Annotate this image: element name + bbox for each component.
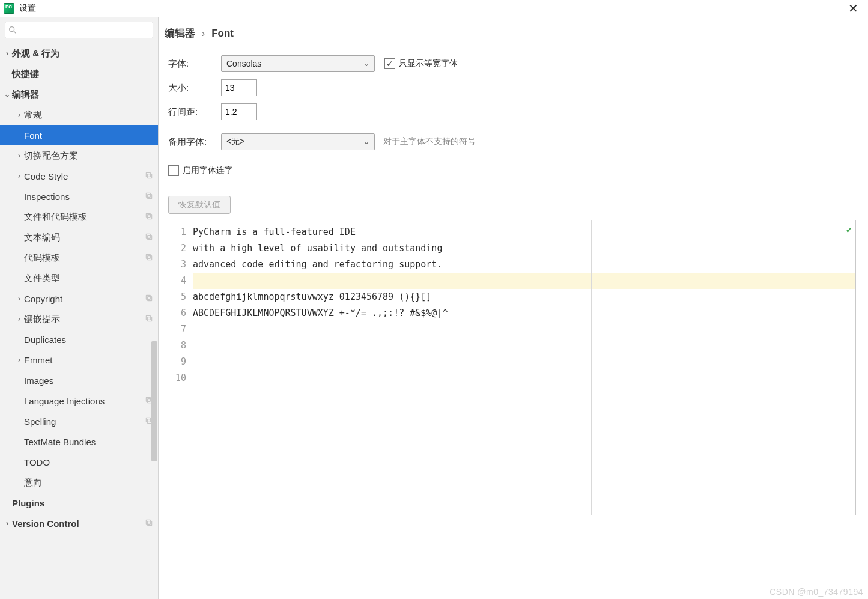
scheme-icon xyxy=(145,294,153,304)
sidebar-item-inspections[interactable]: ›Inspections xyxy=(0,186,158,207)
chevron-right-icon: › xyxy=(2,519,12,528)
sidebar-item-label: 文件和代码模板 xyxy=(24,211,87,223)
watermark: CSDN @m0_73479194 xyxy=(769,587,863,597)
sidebar-item-code-style[interactable]: ›Code Style xyxy=(0,166,158,186)
restore-defaults-button[interactable]: 恢复默认值 xyxy=(168,196,231,214)
line-spacing-label: 行间距: xyxy=(168,106,221,118)
sidebar-item-todo[interactable]: ›TODO xyxy=(0,452,158,472)
breadcrumb-root[interactable]: 编辑器 xyxy=(165,28,195,39)
chevron-right-icon: › xyxy=(14,111,24,119)
sidebar-item-label: 文本编码 xyxy=(24,232,60,243)
sidebar-item-font[interactable]: ›Font xyxy=(0,125,158,145)
close-icon[interactable]: ✕ xyxy=(842,1,864,16)
scheme-icon xyxy=(145,212,153,222)
sidebar-item-label: Duplicates xyxy=(24,335,66,345)
svg-rect-3 xyxy=(146,172,150,177)
svg-rect-14 xyxy=(148,317,152,321)
sidebar-item-label: TextMate Bundles xyxy=(24,437,96,447)
main-panel: 编辑器 › Font 字体: Consolas ⌄ ✓ 只显示等宽字体 大小: xyxy=(159,17,868,599)
gutter-line-number: 7 xyxy=(172,321,186,338)
sidebar-item--[interactable]: ›常规 xyxy=(0,105,158,125)
checkbox-checked-icon: ✓ xyxy=(384,58,395,69)
gutter-line-number: 6 xyxy=(172,305,186,321)
sidebar-item-language-injections[interactable]: ›Language Injections xyxy=(0,391,158,411)
sidebar-item-images[interactable]: ›Images xyxy=(0,370,158,391)
size-label: 大小: xyxy=(168,82,221,94)
sidebar-item-textmate-bundles[interactable]: ›TextMate Bundles xyxy=(0,431,158,452)
font-select[interactable]: Consolas ⌄ xyxy=(221,55,375,72)
sidebar-item-label: Emmet xyxy=(24,355,53,365)
titlebar: 设置 ✕ xyxy=(0,0,868,17)
sidebar-item-label: 代码模板 xyxy=(24,252,60,264)
ligatures-checkbox[interactable]: 启用字体连字 xyxy=(168,165,233,176)
svg-rect-13 xyxy=(146,295,150,299)
sidebar-item--[interactable]: ›代码模板 xyxy=(0,248,158,268)
chevron-right-icon: › xyxy=(14,315,24,323)
svg-rect-12 xyxy=(148,296,152,300)
svg-rect-4 xyxy=(148,194,152,198)
scheme-icon xyxy=(145,192,153,202)
sidebar-item-label: 文件类型 xyxy=(24,273,60,284)
sidebar-item--[interactable]: ›镶嵌提示 xyxy=(0,309,158,329)
chevron-right-icon: › xyxy=(14,356,24,364)
sidebar-item--[interactable]: ›文本编码 xyxy=(0,227,158,248)
mono-only-checkbox[interactable]: ✓ 只显示等宽字体 xyxy=(384,58,458,69)
sidebar-item-copyright[interactable]: ›Copyright xyxy=(0,288,158,309)
sidebar-item--[interactable]: ›文件类型 xyxy=(0,268,158,288)
svg-rect-15 xyxy=(146,315,150,320)
font-select-value: Consolas xyxy=(226,59,261,68)
scrollbar-thumb[interactable] xyxy=(151,341,157,461)
sidebar-item-label: Copyright xyxy=(24,294,62,304)
gutter-line-number: 10 xyxy=(172,370,186,386)
gutter-line-number: 8 xyxy=(172,338,186,354)
sidebar-item--[interactable]: ›快捷键 xyxy=(0,64,158,84)
chevron-right-icon: › xyxy=(2,49,12,58)
sidebar-item-label: Language Injections xyxy=(24,396,105,406)
svg-rect-5 xyxy=(146,193,150,197)
gutter-line-number: 9 xyxy=(172,354,186,370)
scheme-icon xyxy=(145,518,153,529)
chevron-down-icon: ⌄ xyxy=(363,138,369,146)
sidebar-item--[interactable]: ›意向 xyxy=(0,472,158,493)
sidebar-item-label: 镶嵌提示 xyxy=(24,314,60,325)
svg-rect-17 xyxy=(146,397,150,401)
svg-point-0 xyxy=(10,27,14,32)
search-input[interactable] xyxy=(17,25,150,35)
sidebar-item--[interactable]: ⌄编辑器 xyxy=(0,84,158,105)
svg-rect-8 xyxy=(148,235,152,239)
sidebar-item-version-control[interactable]: ›Version Control xyxy=(0,513,158,534)
app-icon xyxy=(4,3,14,14)
sidebar-item--[interactable]: ›切换配色方案 xyxy=(0,145,158,166)
fallback-font-value: <无> xyxy=(226,136,244,147)
svg-rect-7 xyxy=(146,213,150,217)
line-spacing-input[interactable] xyxy=(221,103,257,120)
sidebar-item-label: 切换配色方案 xyxy=(24,150,78,162)
preview-right-pane xyxy=(591,220,855,515)
sidebar-item-plugins[interactable]: ›Plugins xyxy=(0,493,158,513)
scheme-icon xyxy=(145,171,153,181)
checkmark-icon: ✔ xyxy=(846,224,852,235)
sidebar: ›外观 & 行为›快捷键⌄编辑器›常规›Font›切换配色方案›Code Sty… xyxy=(0,17,159,599)
fallback-font-select[interactable]: <无> ⌄ xyxy=(221,133,375,150)
chevron-right-icon: › xyxy=(14,151,24,160)
svg-rect-2 xyxy=(148,174,152,178)
scheme-icon xyxy=(145,314,153,324)
sidebar-item-label: 意向 xyxy=(24,477,42,488)
sidebar-item-emmet[interactable]: ›Emmet xyxy=(0,350,158,370)
sidebar-item--[interactable]: ›外观 & 行为 xyxy=(0,43,158,64)
fallback-font-label: 备用字体: xyxy=(168,136,221,148)
sidebar-item--[interactable]: ›文件和代码模板 xyxy=(0,207,158,227)
sidebar-item-duplicates[interactable]: ›Duplicates xyxy=(0,329,158,350)
settings-tree: ›外观 & 行为›快捷键⌄编辑器›常规›Font›切换配色方案›Code Sty… xyxy=(0,43,158,599)
sidebar-item-spelling[interactable]: ›Spelling xyxy=(0,411,158,431)
gutter: 12345678910 xyxy=(172,220,190,515)
svg-rect-19 xyxy=(146,418,150,422)
sidebar-item-label: 常规 xyxy=(24,109,42,121)
gutter-line-number: 1 xyxy=(172,224,186,240)
sidebar-item-label: Font xyxy=(24,130,42,141)
size-input[interactable] xyxy=(221,79,257,96)
search-input-wrap[interactable] xyxy=(5,22,153,38)
font-preview: 12345678910 PyCharm is a full-featured I… xyxy=(172,220,856,515)
fallback-hint: 对于主字体不支持的符号 xyxy=(383,136,476,147)
scheme-icon xyxy=(145,253,153,263)
